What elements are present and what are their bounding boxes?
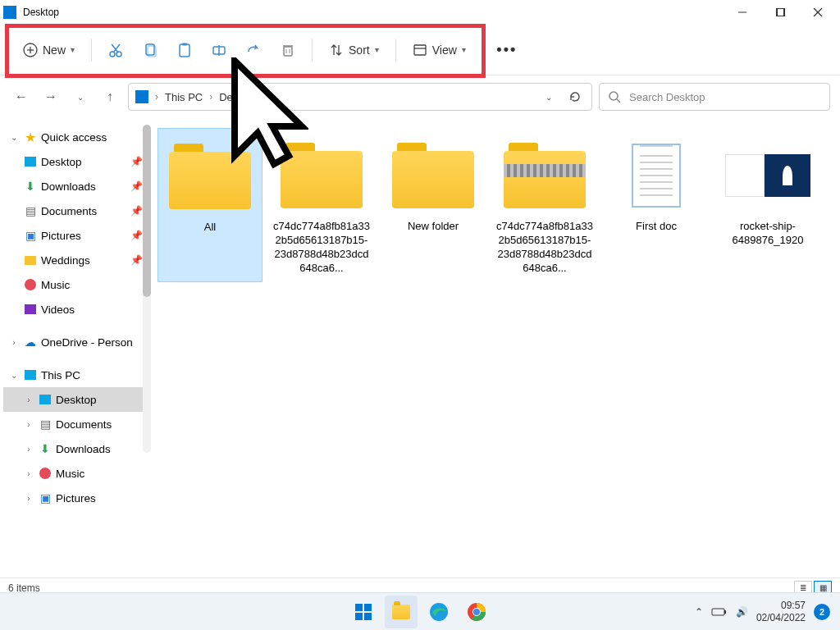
- copy-button[interactable]: [133, 34, 167, 66]
- refresh-button[interactable]: [565, 87, 585, 107]
- clock-time: 09:57: [756, 600, 806, 611]
- tree-item-weddings[interactable]: Weddings 📌: [3, 248, 148, 272]
- svg-rect-27: [364, 604, 372, 611]
- tree-item-music[interactable]: Music: [3, 272, 148, 297]
- tree-item-pc-pictures[interactable]: › ▣ Pictures: [3, 486, 148, 510]
- taskbar-edge[interactable]: [422, 596, 455, 628]
- tree-item-onedrive[interactable]: › ☁ OneDrive - Person: [3, 330, 148, 354]
- tree-item-quick-access[interactable]: ⌄ ★ Quick access: [3, 125, 148, 149]
- tree-item-pictures[interactable]: ▣ Pictures 📌: [3, 223, 148, 248]
- folder-icon: [392, 143, 474, 208]
- notification-badge[interactable]: 2: [814, 604, 830, 620]
- new-button[interactable]: New ▾: [13, 34, 84, 66]
- download-icon: ⬇: [38, 441, 52, 456]
- cursor-overlay-icon: [226, 57, 308, 172]
- maximize-button[interactable]: [761, 0, 799, 25]
- more-button[interactable]: •••: [490, 34, 524, 66]
- chrome-icon: [466, 601, 487, 623]
- chevron-down-icon: ▾: [375, 45, 379, 54]
- toolbar-separator: [395, 39, 396, 62]
- minimize-button[interactable]: [724, 0, 761, 25]
- image-thumbnail: [725, 154, 810, 197]
- search-icon: [608, 90, 621, 103]
- battery-icon[interactable]: [711, 606, 728, 618]
- folder-icon: [23, 253, 38, 267]
- tree-item-pc-desktop[interactable]: › Desktop: [3, 387, 148, 412]
- file-item-folder[interactable]: New folder: [381, 128, 486, 282]
- svg-rect-26: [355, 604, 363, 611]
- share-icon: [245, 42, 262, 58]
- svg-rect-22: [414, 45, 426, 55]
- navigation-pane[interactable]: ⌄ ★ Quick access Desktop 📌 ⬇ Downloads 📌…: [0, 118, 151, 578]
- scrollbar-thumb[interactable]: [143, 125, 151, 297]
- copy-icon: [142, 42, 158, 58]
- tree-item-pc-downloads[interactable]: › ⬇ Downloads: [3, 436, 148, 461]
- tree-item-this-pc[interactable]: ⌄ This PC: [3, 363, 148, 387]
- chevron-right-icon: ›: [209, 91, 212, 103]
- refresh-icon: [568, 90, 582, 103]
- chevron-right-icon: ›: [23, 420, 34, 429]
- chevron-down-icon: ⌄: [8, 133, 20, 142]
- file-label: c74dc774a8fb81a332b5d65613187b15-23d8788…: [495, 220, 594, 276]
- taskbar-file-explorer[interactable]: [385, 596, 418, 628]
- ellipsis-icon: •••: [496, 41, 517, 58]
- tree-item-desktop[interactable]: Desktop 📌: [3, 149, 148, 174]
- tree-item-videos[interactable]: Videos: [3, 297, 148, 322]
- breadcrumb-segment[interactable]: This PC: [165, 91, 203, 103]
- cut-button[interactable]: [98, 34, 133, 66]
- svg-point-9: [116, 52, 121, 57]
- taskbar-chrome[interactable]: [460, 596, 493, 628]
- video-icon: [23, 302, 38, 317]
- toolbar-separator: [91, 39, 92, 62]
- start-button[interactable]: [347, 596, 380, 628]
- svg-rect-34: [712, 609, 724, 615]
- address-dropdown-button[interactable]: ⌄: [539, 87, 559, 107]
- tray-chevron-icon[interactable]: ⌃: [695, 606, 703, 618]
- file-item-zip[interactable]: c74dc774a8fb81a332b5d65613187b15-23d8788…: [492, 128, 597, 282]
- file-list[interactable]: All c74dc774a8fb81a332b5d65613187b15-23d…: [151, 118, 840, 578]
- file-item-image[interactable]: rocket-ship-6489876_1920: [715, 128, 820, 282]
- picture-icon: ▣: [23, 228, 38, 243]
- paste-button[interactable]: [167, 34, 202, 66]
- zip-folder-icon: [504, 143, 586, 208]
- close-button[interactable]: [799, 0, 837, 25]
- back-button[interactable]: ←: [10, 85, 33, 108]
- svg-marker-36: [235, 61, 302, 164]
- recent-locations-button[interactable]: ⌄: [69, 85, 92, 108]
- svg-rect-29: [364, 613, 372, 620]
- toolbar: New ▾ Sort ▾: [0, 25, 840, 75]
- music-icon: [38, 466, 52, 481]
- volume-icon[interactable]: 🔊: [736, 606, 748, 618]
- sort-button[interactable]: Sort ▾: [319, 34, 389, 66]
- chevron-right-icon: ›: [23, 469, 34, 478]
- chevron-down-icon: ▾: [71, 45, 75, 54]
- document-icon: [632, 144, 681, 208]
- system-tray[interactable]: ⌃ 🔊 09:57 02/04/2022 2: [695, 600, 830, 623]
- svg-line-25: [617, 99, 620, 103]
- chevron-right-icon: ›: [23, 494, 34, 503]
- address-bar[interactable]: › This PC › Desktop ⌄: [128, 83, 592, 111]
- up-button[interactable]: ↑: [98, 85, 121, 108]
- window-title: Desktop: [23, 7, 724, 18]
- search-box[interactable]: Search Desktop: [599, 83, 830, 111]
- forward-button[interactable]: →: [39, 85, 62, 108]
- view-button[interactable]: View ▾: [403, 34, 476, 66]
- tree-item-documents[interactable]: ▤ Documents 📌: [3, 199, 148, 223]
- toolbar-separator: [312, 39, 313, 62]
- svg-rect-28: [355, 613, 363, 620]
- chevron-right-icon: ›: [8, 338, 20, 347]
- app-icon: [3, 6, 16, 19]
- chevron-right-icon: ›: [155, 91, 158, 103]
- download-icon: ⬇: [23, 179, 38, 194]
- tree-item-pc-documents[interactable]: › ▤ Documents: [3, 412, 148, 436]
- tree-item-pc-music[interactable]: › Music: [3, 461, 148, 486]
- picture-icon: ▣: [38, 491, 52, 505]
- sort-button-label: Sort: [349, 43, 370, 57]
- taskbar-clock[interactable]: 09:57 02/04/2022: [756, 600, 806, 623]
- svg-point-8: [110, 52, 115, 57]
- search-placeholder: Search Desktop: [629, 91, 705, 103]
- monitor-icon: [38, 392, 52, 407]
- file-item-document[interactable]: First doc: [604, 128, 709, 282]
- tree-item-downloads[interactable]: ⬇ Downloads 📌: [3, 174, 148, 199]
- plus-circle-icon: [23, 43, 38, 57]
